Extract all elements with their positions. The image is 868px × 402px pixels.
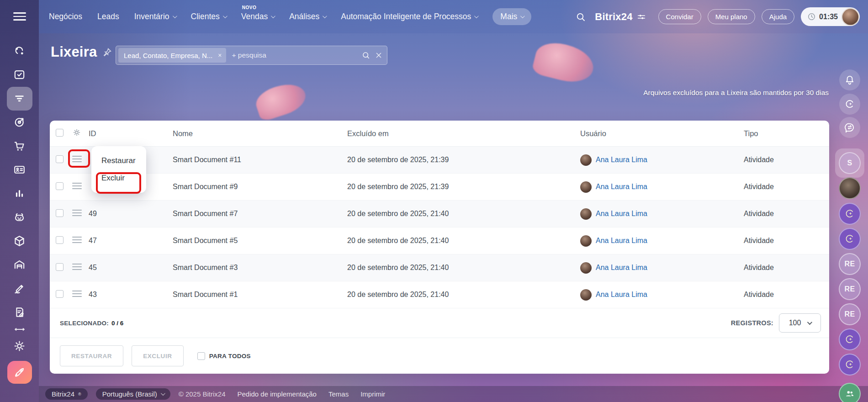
sidebar-item-crm[interactable]	[7, 87, 32, 111]
profile-avatar[interactable]	[842, 8, 859, 26]
col-header-nome[interactable]: Nome	[173, 129, 347, 138]
messenger-icon	[844, 122, 856, 133]
footer-link-temas[interactable]: Temas	[328, 390, 349, 398]
context-menu-item-restaurar[interactable]: Restaurar	[91, 152, 146, 169]
nav-item-negocios[interactable]: Negócios	[49, 12, 82, 21]
row-checkbox[interactable]	[56, 182, 64, 190]
search-icon	[575, 11, 586, 22]
sidebar-item-marketing[interactable]	[7, 111, 32, 134]
row-menu-icon[interactable]	[72, 235, 82, 245]
row-type: Atividade	[744, 183, 829, 191]
for-all-checkbox[interactable]	[197, 352, 205, 360]
records-per-page-select[interactable]: 100	[779, 313, 821, 333]
col-header-excluido-em[interactable]: Excluído em	[347, 129, 580, 138]
resize-handle-icon[interactable]	[13, 326, 26, 333]
main-menu-icon[interactable]	[13, 10, 26, 23]
rail-avatar-photo[interactable]	[839, 177, 861, 199]
invite-button[interactable]: Convidar	[658, 9, 701, 24]
rail-avatar[interactable]: S	[839, 152, 861, 174]
for-all-toggle[interactable]: PARA TODOS	[197, 352, 251, 360]
copilot-badge[interactable]	[839, 203, 861, 225]
row-user-link[interactable]: Ana Laura Lima	[596, 264, 647, 272]
sidebar-item-ai[interactable]	[7, 206, 32, 229]
footer-link-imprimir[interactable]: Imprimir	[360, 390, 385, 398]
row-menu-icon[interactable]	[72, 181, 82, 191]
row-checkbox[interactable]	[56, 155, 64, 163]
my-plan-button[interactable]: Meu plano	[708, 9, 755, 24]
filter-chip[interactable]: Lead, Contato, Empresa, N... ×	[118, 48, 226, 63]
nav-item-automacao[interactable]: Automação Inteligente de Processos	[341, 12, 477, 21]
row-name: Smart Document #5	[173, 237, 347, 245]
nav-item-inventario[interactable]: Inventário	[134, 12, 176, 21]
copilot-badge[interactable]	[839, 328, 861, 350]
sidebar-item-contact-center[interactable]	[7, 158, 32, 182]
delete-button[interactable]: EXCLUIR	[132, 345, 183, 366]
row-checkbox[interactable]	[56, 236, 64, 244]
chevron-down-icon	[223, 14, 228, 18]
row-user-link[interactable]: Ana Laura Lima	[596, 183, 647, 191]
filter-search-icon[interactable]	[361, 51, 370, 60]
sidebar-item-warehouse[interactable]	[7, 253, 32, 277]
crm-funnel-icon	[13, 92, 26, 105]
nav-item-analises[interactable]: Análises	[289, 12, 326, 21]
row-user-link[interactable]: Ana Laura Lima	[596, 291, 647, 299]
sidebar-item-settings[interactable]	[7, 334, 32, 358]
row-user-link[interactable]: Ana Laura Lima	[596, 237, 647, 245]
sidebar-item-documents[interactable]	[7, 301, 32, 324]
row-menu-icon[interactable]	[72, 289, 82, 299]
copilot-button[interactable]	[839, 94, 860, 115]
retention-notice: Arquivos excluídos para a Lixeira são ma…	[643, 89, 829, 97]
filter-chip-close-icon[interactable]: ×	[218, 52, 222, 59]
sidebar-item-sales[interactable]	[7, 134, 32, 158]
collaboration-icon	[13, 44, 26, 58]
sidebar-item-collaboration[interactable]	[7, 39, 32, 63]
brand-logo[interactable]: Bitrix24	[595, 11, 646, 23]
work-timer[interactable]: 01:35	[801, 7, 860, 26]
row-user-link[interactable]: Ana Laura Lima	[596, 156, 647, 164]
context-menu-item-excluir[interactable]: Excluir	[91, 169, 146, 187]
col-header-id[interactable]: ID	[89, 129, 173, 138]
nav-item-vendas[interactable]: NOVOVendas	[241, 12, 274, 21]
copilot-badge[interactable]	[839, 228, 861, 250]
nav-item-clientes[interactable]: Clientes	[191, 12, 226, 21]
search-input[interactable]: + pesquisa	[232, 51, 361, 59]
col-header-usuario[interactable]: Usuário	[580, 129, 744, 138]
sidebar-item-analytics[interactable]	[7, 182, 32, 206]
grid-settings-gear-icon[interactable]	[72, 128, 81, 137]
people-icon	[844, 388, 856, 400]
footer-brand[interactable]: Bitrix24®	[45, 388, 88, 400]
global-search-button[interactable]	[573, 9, 588, 25]
sidebar-item-upgrade[interactable]	[7, 361, 32, 384]
notifications-button[interactable]	[839, 69, 860, 90]
rail-avatar[interactable]: RE	[839, 303, 861, 325]
row-user-link[interactable]: Ana Laura Lima	[596, 210, 647, 218]
sidebar-item-tasks[interactable]	[7, 63, 32, 87]
contact-card-icon	[13, 163, 26, 176]
col-header-tipo[interactable]: Tipo	[744, 129, 829, 138]
restore-button[interactable]: RESTAURAR	[60, 345, 123, 366]
bell-icon	[844, 74, 856, 86]
row-menu-icon[interactable]	[72, 262, 82, 272]
select-all-checkbox[interactable]	[56, 129, 64, 137]
rail-avatar[interactable]: RE	[839, 253, 861, 275]
rail-avatar[interactable]: RE	[839, 278, 861, 300]
row-menu-icon[interactable]	[72, 208, 82, 218]
row-checkbox[interactable]	[56, 209, 64, 217]
sidebar-item-inventory[interactable]	[7, 229, 32, 253]
row-deleted-at: 20 de setembro de 2025, 21:39	[347, 156, 580, 164]
filter-search-bar[interactable]: Lead, Contato, Empresa, N... × + pesquis…	[116, 46, 387, 65]
copilot-badge[interactable]	[839, 354, 861, 376]
nav-item-mais[interactable]: Mais	[492, 8, 531, 25]
row-menu-icon[interactable]	[72, 154, 82, 164]
messenger-button[interactable]	[839, 117, 860, 138]
filter-clear-icon[interactable]	[375, 52, 382, 59]
pin-icon[interactable]	[102, 47, 112, 57]
row-checkbox[interactable]	[56, 290, 64, 298]
row-checkbox[interactable]	[56, 263, 64, 271]
help-button[interactable]: Ajuda	[762, 9, 794, 24]
sidebar-item-sign[interactable]	[7, 277, 32, 301]
invite-users-badge[interactable]	[839, 383, 861, 402]
language-select[interactable]: Português (Brasil)	[96, 388, 170, 400]
footer-link-implementacao[interactable]: Pedido de implementação	[238, 390, 317, 398]
nav-item-leads[interactable]: Leads	[97, 12, 119, 21]
